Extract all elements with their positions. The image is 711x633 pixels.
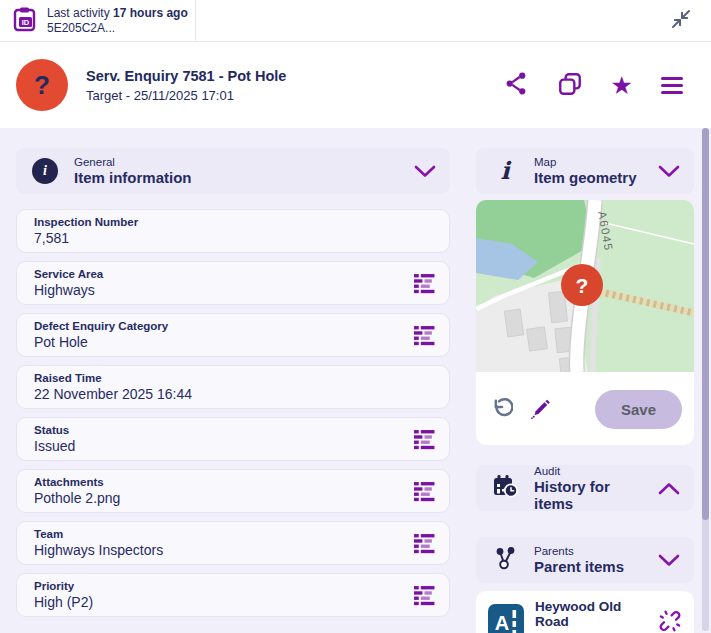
field-value: 22 November 2025 16:44 <box>34 386 192 402</box>
map-marker-glyph: ? <box>576 274 589 297</box>
info-circle-icon: i <box>32 158 58 184</box>
side-column: i Map Item geometry <box>476 148 694 633</box>
parent-item-title: Heywood Old Road <box>535 599 647 629</box>
lookup-list-icon[interactable] <box>414 481 435 502</box>
panel-category: Parents <box>534 545 624 557</box>
info-italic-icon: i <box>500 159 509 183</box>
field-priority[interactable]: Priority High (P2) <box>16 573 450 617</box>
map-toolbar: Save <box>476 376 694 445</box>
entity-avatar: ? <box>16 59 68 111</box>
svg-text:ID: ID <box>22 17 30 26</box>
edit-geometry-button[interactable] <box>525 394 554 426</box>
entity-header: ? Serv. Enquiry 7581 - Pot Hole Target -… <box>0 42 711 128</box>
field-label: Priority <box>34 580 93 592</box>
road-icon: A <box>488 604 524 633</box>
field-raised-time[interactable]: Raised Time 22 November 2025 16:44 <box>16 365 450 409</box>
last-activity: Last activity 17 hours ago <box>47 6 188 20</box>
panel-category: Map <box>534 156 637 168</box>
field-label: Service Area <box>34 268 103 280</box>
field-value: High (P2) <box>34 594 93 610</box>
field-value: Highways Inspectors <box>34 542 163 558</box>
top-bar: ID Last activity 17 hours ago 5E205C2A..… <box>0 0 711 42</box>
panel-title: Item information <box>74 169 192 186</box>
field-value: Pothole 2.png <box>34 490 120 506</box>
field-label: Status <box>34 424 75 436</box>
parents-panel-header[interactable]: Parents Parent items <box>476 537 694 583</box>
field-service-area[interactable]: Service Area Highways <box>16 261 450 305</box>
target-date: Target - 25/11/2025 17:01 <box>86 88 286 103</box>
lookup-list-icon[interactable] <box>414 585 435 606</box>
collapse-panel-button[interactable] <box>667 5 695 36</box>
lookup-list-icon[interactable] <box>414 273 435 294</box>
more-menu-button[interactable] <box>659 75 685 96</box>
collapse-icon <box>669 7 693 34</box>
favourite-button[interactable]: ★ <box>609 71 635 100</box>
lookup-list-icon[interactable] <box>414 429 435 450</box>
copy-icon <box>557 71 583 100</box>
field-team[interactable]: Team Highways Inspectors <box>16 521 450 565</box>
field-value: Highways <box>34 282 103 298</box>
parent-item[interactable]: A Heywood Old Road A6045 <box>476 591 694 633</box>
audit-calendar-clock-icon <box>492 473 519 504</box>
panel-title: Item geometry <box>534 169 637 186</box>
copy-button[interactable] <box>555 69 585 102</box>
svg-text:A: A <box>495 612 509 633</box>
parents-hierarchy-icon <box>491 544 519 576</box>
content-area: i General Item information Inspection Nu… <box>0 128 711 633</box>
unlink-button[interactable] <box>658 609 682 633</box>
audit-panel-header[interactable]: Audit History for items <box>476 465 694 511</box>
field-value: Issued <box>34 438 75 454</box>
panel-title: Parent items <box>534 558 624 575</box>
chevron-down-icon[interactable] <box>414 165 436 178</box>
panel-title: History for items <box>534 478 644 512</box>
field-value: Pot Hole <box>34 334 168 350</box>
share-icon <box>504 71 529 99</box>
lookup-list-icon[interactable] <box>414 325 435 346</box>
star-icon: ★ <box>611 73 633 98</box>
field-defect-enquiry-category[interactable]: Defect Enquiry Category Pot Hole <box>16 313 450 357</box>
field-label: Team <box>34 528 163 540</box>
unlink-icon <box>658 609 682 633</box>
id-clipboard-icon: ID <box>12 6 37 36</box>
page-title: Serv. Enquiry 7581 - Pot Hole <box>86 68 286 84</box>
record-tab[interactable]: ID Last activity 17 hours ago 5E205C2A..… <box>0 0 196 41</box>
undo-icon <box>488 396 513 424</box>
vertical-scrollbar[interactable] <box>702 128 709 631</box>
general-panel-header[interactable]: i General Item information <box>16 148 450 194</box>
field-value: 7,581 <box>34 230 138 246</box>
chevron-up-icon[interactable] <box>658 482 680 495</box>
map[interactable]: A6045 ? <box>476 200 694 372</box>
field-label: Raised Time <box>34 372 192 384</box>
undo-button[interactable] <box>486 394 515 426</box>
chevron-down-icon[interactable] <box>658 554 680 567</box>
field-label: Defect Enquiry Category <box>34 320 168 332</box>
share-button[interactable] <box>502 69 531 101</box>
scrollbar-thumb[interactable] <box>702 128 709 520</box>
field-label: Attachments <box>34 476 120 488</box>
field-attachments[interactable]: Attachments Pothole 2.png <box>16 469 450 513</box>
map-card: A6045 ? <box>476 200 694 445</box>
panel-category: Audit <box>534 465 644 477</box>
lookup-list-icon[interactable] <box>414 533 435 554</box>
hamburger-menu-icon <box>661 77 683 94</box>
panel-category: General <box>74 156 192 168</box>
field-status[interactable]: Status Issued <box>16 417 450 461</box>
pencil-icon <box>527 396 552 424</box>
general-column: i General Item information Inspection Nu… <box>16 148 450 633</box>
field-label: Inspection Number <box>34 216 138 228</box>
record-id: 5E205C2A... <box>47 21 188 35</box>
save-button[interactable]: Save <box>595 390 682 429</box>
field-inspection-number[interactable]: Inspection Number 7,581 <box>16 209 450 253</box>
map-panel-header[interactable]: i Map Item geometry <box>476 148 694 194</box>
chevron-down-icon[interactable] <box>658 165 680 178</box>
